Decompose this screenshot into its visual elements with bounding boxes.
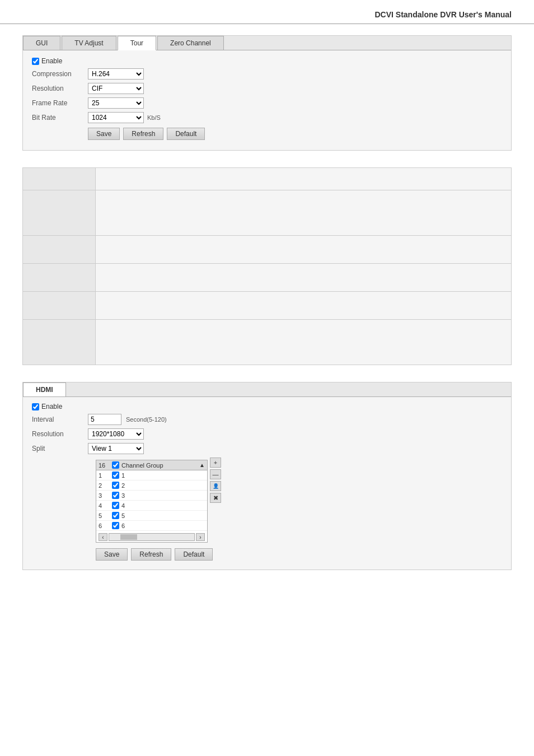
hdmi-resolution-label: Resolution — [32, 430, 88, 438]
hdmi-resolution-control: 1920*1080 1280*720 1024*768 — [88, 428, 144, 440]
grid-cell-left-1 — [23, 190, 96, 235]
resolution-select[interactable]: CIF D1 720P 1080P — [88, 83, 144, 94]
default-button-1[interactable]: Default — [167, 128, 205, 140]
hdmi-resolution-select[interactable]: 1920*1080 1280*720 1024*768 — [88, 428, 144, 440]
ch-label-5: 6 — [121, 522, 125, 529]
hdmi-buttons-row: Save Refresh Default — [96, 548, 502, 561]
scrollbar-area: ‹ › — [96, 532, 207, 542]
split-control: View 1 View 4 View 8 View 16 — [88, 443, 144, 454]
resolution-control: CIF D1 720P 1080P — [88, 83, 144, 94]
grid-cell-right-4 — [96, 292, 511, 319]
compression-control: H.264 H.265 — [88, 68, 144, 80]
hdmi-resolution-row: Resolution 1920*1080 1280*720 1024*768 — [32, 428, 502, 440]
ch-label-0: 1 — [121, 472, 125, 479]
channel-row-2: 3 3 — [96, 491, 207, 501]
channel-table: 16 Channel Group ▲ 1 1 2 — [96, 460, 208, 543]
section2-container — [22, 167, 512, 365]
channel-row-0: 1 1 — [96, 470, 207, 480]
ch-label-2: 3 — [121, 492, 125, 499]
grid-row-3 — [23, 264, 511, 292]
compression-row: Compression H.264 H.265 — [32, 68, 502, 80]
hdmi-enable-row: Enable — [32, 403, 502, 410]
split-label: Split — [32, 445, 88, 452]
enable-row: Enable — [32, 57, 502, 65]
grid-cell-right-1 — [96, 190, 511, 235]
header-checkbox[interactable] — [112, 461, 119, 469]
hdmi-enable-checkbox[interactable] — [32, 403, 39, 410]
split-select[interactable]: View 1 View 4 View 8 View 16 — [88, 443, 144, 454]
refresh-button-1[interactable]: Refresh — [123, 128, 163, 140]
section3-container: HDMI Enable Interval Second(5-120) Resol… — [22, 382, 512, 570]
ch-num-0: 1 — [99, 472, 110, 479]
save-button-1[interactable]: Save — [88, 128, 120, 140]
ch-num-1: 2 — [99, 482, 110, 489]
grid-row-2 — [23, 236, 511, 264]
framerate-label: Frame Rate — [32, 99, 88, 107]
ch-label-3: 4 — [121, 502, 125, 509]
down-channel-button[interactable]: ✖ — [210, 493, 221, 503]
grid-cell-left-4 — [23, 292, 96, 319]
ch-check-2[interactable] — [112, 492, 119, 499]
ch-num-3: 4 — [99, 502, 110, 509]
scroll-left-arrow[interactable]: ‹ — [99, 533, 107, 541]
side-buttons: + — 👤 ✖ — [210, 458, 221, 503]
bitrate-label: Bit Rate — [32, 114, 88, 122]
interval-label: Interval — [32, 416, 88, 423]
ch-num-2: 3 — [99, 492, 110, 499]
framerate-select[interactable]: 151015202530 — [88, 97, 144, 109]
default-button-3[interactable]: Default — [175, 548, 213, 561]
bitrate-select[interactable]: 512102420484096 — [88, 112, 144, 123]
resolution-row: Resolution CIF D1 720P 1080P — [32, 83, 502, 94]
compression-select[interactable]: H.264 H.265 — [88, 68, 144, 80]
grid-cell-right-3 — [96, 264, 511, 291]
grid-cell-right-0 — [96, 168, 511, 190]
scroll-track[interactable] — [109, 533, 195, 541]
sort-icon: ▲ — [199, 462, 205, 468]
grid-row-1 — [23, 190, 511, 236]
channel-row-5: 6 6 — [96, 521, 207, 531]
ch-check-1[interactable] — [112, 482, 119, 489]
ch-label-1: 2 — [121, 482, 125, 489]
save-button-3[interactable]: Save — [96, 548, 128, 561]
framerate-row: Frame Rate 151015202530 — [32, 97, 502, 109]
tab-gui[interactable]: GUI — [23, 36, 60, 50]
resolution-label: Resolution — [32, 85, 88, 92]
channel-row-1: 2 2 — [96, 480, 207, 491]
ch-check-4[interactable] — [112, 512, 119, 519]
ch-check-3[interactable] — [112, 502, 119, 509]
add-channel-button[interactable]: + — [210, 458, 221, 468]
scroll-right-arrow[interactable]: › — [196, 533, 205, 541]
split-row: Split View 1 View 4 View 8 View 16 — [32, 443, 502, 454]
interval-input[interactable] — [88, 414, 121, 425]
hdmi-form-body: Enable Interval Second(5-120) Resolution… — [23, 397, 511, 570]
scroll-thumb — [120, 534, 137, 540]
ch-check-5[interactable] — [112, 522, 119, 529]
interval-row: Interval Second(5-120) — [32, 414, 502, 425]
remove-channel-button[interactable]: — — [210, 469, 221, 479]
grid-cell-right-5 — [96, 320, 511, 365]
interval-unit: Second(5-120) — [126, 416, 167, 423]
bitrate-row: Bit Rate 512102420484096 Kb/S — [32, 112, 502, 123]
ch-label-4: 5 — [121, 512, 125, 519]
ch-check-0[interactable] — [112, 472, 119, 479]
framerate-control: 151015202530 — [88, 97, 144, 109]
header-num: 16 — [99, 462, 110, 469]
channel-area: 16 Channel Group ▲ 1 1 2 — [96, 458, 502, 543]
grid-cell-left-2 — [23, 236, 96, 263]
tab-tour[interactable]: Tour — [118, 36, 156, 50]
header-label: Channel Group — [121, 462, 163, 469]
grid-row-5 — [23, 320, 511, 365]
grid-row-0 — [23, 168, 511, 190]
refresh-button-3[interactable]: Refresh — [131, 548, 171, 561]
enable-checkbox[interactable] — [32, 58, 39, 65]
tab-bar-1: GUI TV Adjust Tour Zero Channel — [23, 36, 511, 50]
grid-cell-right-2 — [96, 236, 511, 263]
tab-hdmi[interactable]: HDMI — [23, 382, 66, 396]
up-channel-button[interactable]: 👤 — [210, 481, 221, 491]
tab-tv-adjust[interactable]: TV Adjust — [62, 36, 116, 50]
compression-label: Compression — [32, 70, 88, 78]
tab-zero-channel[interactable]: Zero Channel — [157, 36, 224, 50]
channel-row-4: 5 5 — [96, 511, 207, 521]
page-header: DCVI Standalone DVR User's Manual — [0, 0, 534, 24]
buttons-row-1: Save Refresh Default — [88, 128, 502, 140]
